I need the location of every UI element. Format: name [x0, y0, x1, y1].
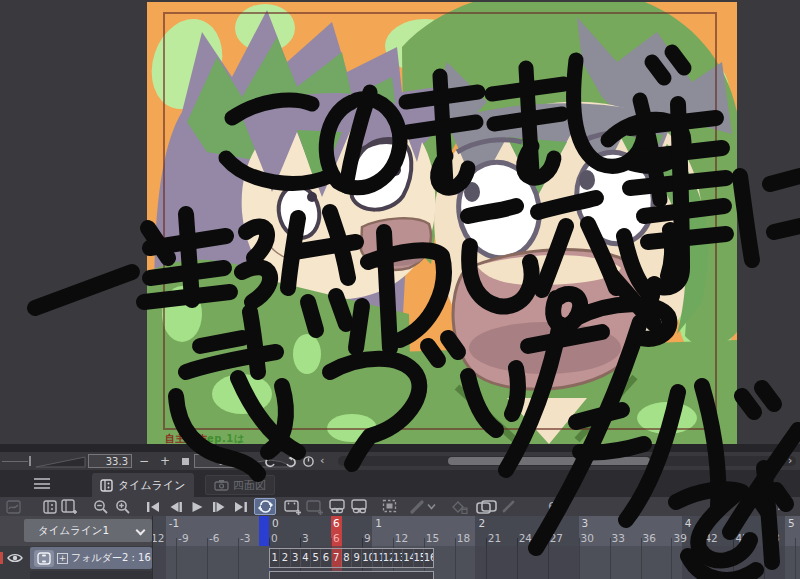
- playhead-marker[interactable]: 6 6: [331, 516, 342, 546]
- new-cel-icon[interactable]: [284, 498, 302, 515]
- onion-skin-icon[interactable]: [474, 498, 498, 515]
- ruler-frame-label: 45: [735, 532, 748, 544]
- layer-row-folder2[interactable]: + フォルダー2 : 16 : セル: [30, 547, 152, 569]
- track-second-band: [166, 546, 269, 579]
- prev-frame-icon[interactable]: [166, 498, 184, 515]
- cel-thumbnail-icon: [34, 550, 54, 567]
- rotate-right-icon[interactable]: [284, 455, 297, 468]
- credit-title: 自主制作: [165, 433, 207, 444]
- cel-frame[interactable]: 16: [424, 549, 433, 567]
- tab-timeline[interactable]: タイムライン: [92, 473, 194, 497]
- scrollbar-thumb[interactable]: [448, 457, 650, 465]
- ruler-second-label: 2: [478, 517, 485, 529]
- duplicate-timeline-icon[interactable]: [60, 498, 78, 515]
- cel-frame[interactable]: 11: [373, 549, 383, 567]
- delete-cel-icon[interactable]: [450, 498, 468, 515]
- ruler-frame-label: 33: [612, 532, 625, 544]
- cel-frame[interactable]: 6: [321, 549, 331, 567]
- track-gridline: [517, 546, 518, 579]
- new-timeline-icon[interactable]: [41, 498, 59, 515]
- track-gridline: [764, 546, 765, 579]
- collapse-controls-icon[interactable]: ‹: [320, 453, 324, 469]
- zoom-value-field[interactable]: 33.3: [88, 454, 132, 468]
- artwork-canvas[interactable]: 自主制作ep.1は: [147, 2, 737, 444]
- ruler-tick: [579, 538, 580, 546]
- track-grid[interactable]: 12345678910111213141516: [152, 546, 800, 579]
- unlink-cel-icon[interactable]: [350, 498, 368, 515]
- cel-frame[interactable]: 2: [280, 549, 290, 567]
- ruler-frame-label: 42: [704, 532, 717, 544]
- ruler-frame-label: 24: [519, 532, 532, 544]
- reset-rotation-icon[interactable]: [302, 455, 315, 468]
- next-frame-icon[interactable]: [210, 498, 228, 515]
- ruler-tick: [393, 538, 394, 546]
- zoom-slider-track[interactable]: [2, 461, 28, 462]
- cel-frame[interactable]: 12: [383, 549, 393, 567]
- ruler-tick: [238, 538, 239, 546]
- cel-frame[interactable]: 5: [311, 549, 321, 567]
- cel-strip-row2: [269, 571, 434, 579]
- zoom-wedge-icon[interactable]: [36, 455, 86, 468]
- timeline-track-area: + フォルダー2 : 16 : セル 123456789101112131415…: [0, 546, 800, 579]
- horizontal-scrollbar[interactable]: [338, 456, 796, 466]
- layer-row-next[interactable]: [30, 571, 152, 579]
- ruler-tick: [610, 538, 611, 546]
- zoom-in-timeline-icon[interactable]: [114, 498, 132, 515]
- timeline-select-dropdown[interactable]: タイムライン1: [24, 519, 152, 542]
- timeline-ruler[interactable]: 6 6 -1012345-12-9-6-30391215182124273033…: [152, 516, 800, 546]
- cel-frame[interactable]: 7: [332, 549, 342, 567]
- camera-icon: [214, 479, 229, 491]
- cel-frame[interactable]: 4: [301, 549, 311, 567]
- ruler-tick: [548, 538, 549, 546]
- graph-editor-icon[interactable]: [4, 498, 22, 515]
- fit-screen-button[interactable]: [182, 458, 189, 465]
- cel-frame[interactable]: 13: [393, 549, 403, 567]
- cel-frame[interactable]: 1: [270, 549, 280, 567]
- new-cel-folder-icon[interactable]: [306, 498, 324, 515]
- rotate-value-field[interactable]: 0.0: [194, 454, 238, 468]
- zoom-out-timeline-icon[interactable]: [92, 498, 110, 515]
- cel-frame[interactable]: 9: [352, 549, 362, 567]
- panel-menu-icon[interactable]: [34, 478, 50, 489]
- ruler-second-label: -1: [169, 517, 179, 529]
- selection-area-icon[interactable]: [381, 498, 399, 515]
- cel-frame[interactable]: 14: [403, 549, 413, 567]
- zoom-slider-handle[interactable]: [29, 456, 31, 466]
- tab-timeline-label: タイムライン: [118, 478, 186, 493]
- canvas-viewport[interactable]: 自主制作ep.1は: [0, 0, 800, 452]
- skip-end-icon[interactable]: [232, 498, 250, 515]
- cel-frame[interactable]: 10: [362, 549, 372, 567]
- zoom-out-button[interactable]: −: [139, 453, 149, 469]
- panel-tab-bar: タイムライン 四面図: [0, 470, 800, 497]
- timeline-select-value: タイムライン1: [38, 524, 109, 538]
- cel-frame[interactable]: 15: [414, 549, 424, 567]
- pencil-icon[interactable]: [500, 498, 518, 515]
- ruler-frame-label: 15: [426, 532, 439, 544]
- cel-frame[interactable]: 8: [342, 549, 352, 567]
- tab-quadview[interactable]: 四面図: [205, 475, 275, 495]
- timeline-panel-icon: [100, 479, 114, 492]
- ruler-frame-label: 30: [581, 532, 594, 544]
- ruler-frame-label: 48: [766, 532, 779, 544]
- link-cel-icon[interactable]: [328, 498, 346, 515]
- expand-folder-icon[interactable]: +: [57, 553, 68, 564]
- track-second-band: [785, 546, 800, 579]
- loop-playback-icon[interactable]: [254, 498, 276, 515]
- playback-start-marker[interactable]: [259, 516, 269, 546]
- scroll-right-icon[interactable]: ›: [788, 453, 792, 469]
- skip-start-icon[interactable]: [144, 498, 162, 515]
- credit-episode: ep.1は: [207, 433, 244, 444]
- timeline-header-row: タイムライン1 6 6 -1012345-12-9-6-303912151821…: [0, 516, 800, 546]
- track-gridline: [579, 546, 580, 579]
- chevron-down-icon: [136, 526, 146, 536]
- track-gridline: [733, 546, 734, 579]
- zoom-in-button[interactable]: +: [160, 453, 170, 469]
- draw-tool-chevron-icon[interactable]: [425, 498, 437, 515]
- play-icon[interactable]: [188, 498, 206, 515]
- ruler-tick: [517, 538, 518, 546]
- track-gridline: [238, 546, 239, 579]
- window-divider: [0, 444, 800, 452]
- eye-icon[interactable]: [7, 552, 23, 564]
- cel-frame[interactable]: 3: [291, 549, 301, 567]
- rotate-left-icon[interactable]: [264, 455, 277, 468]
